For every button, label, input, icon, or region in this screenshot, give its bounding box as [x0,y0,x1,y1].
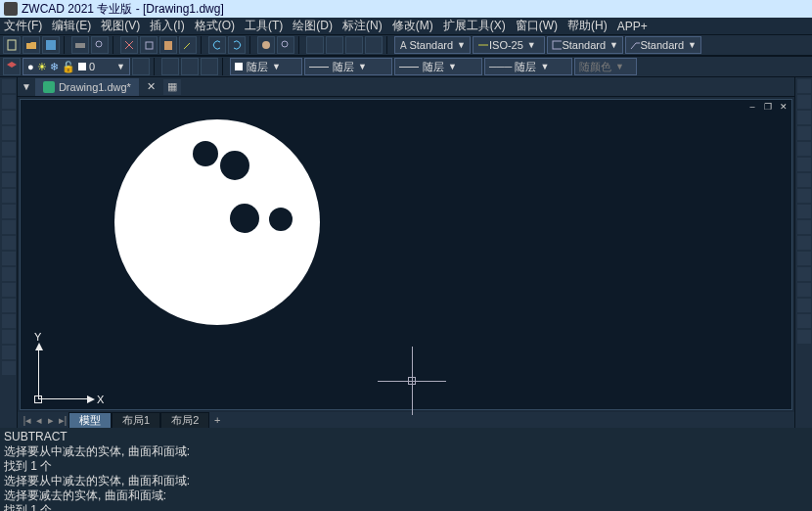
copy-button[interactable] [140,36,158,54]
tab-next[interactable]: ▸ [45,414,57,427]
layer-manager-button[interactable] [3,58,21,75]
svg-point-7 [282,41,288,47]
offset-tool[interactable] [797,126,811,140]
menu-view[interactable]: 视图(V) [101,18,140,34]
layer-iso-button[interactable] [181,58,199,75]
circle-tool[interactable] [2,173,16,187]
design-center-button[interactable] [326,36,343,54]
menu-insert[interactable]: 插入(I) [150,18,184,34]
hatch-tool[interactable] [2,299,16,312]
dim-style-combo[interactable]: ISO-25 ▼ [473,36,545,54]
rotate-tool[interactable] [797,173,811,187]
polygon-tool[interactable] [2,126,16,140]
fillet-tool[interactable] [797,314,811,328]
file-tab-close[interactable]: ✕ [143,78,159,96]
linetype-combo[interactable]: 随层 ▼ [304,58,392,75]
layout-tab-2[interactable]: 布局2 [160,412,209,428]
paste-button[interactable] [159,36,177,54]
layout-tab-1[interactable]: 布局1 [112,412,160,428]
tab-first[interactable]: |◂ [22,414,33,427]
tab-list-dropdown[interactable]: ▼ [22,81,31,92]
match-button[interactable] [179,36,197,54]
redo-button[interactable] [228,36,246,54]
arc-tool[interactable] [2,158,16,171]
mirror-tool[interactable] [797,111,811,124]
layer-combo[interactable]: ● ☀ ❄ 🔓 0 ▼ [23,58,130,75]
open-button[interactable] [23,36,40,54]
menu-modify[interactable]: 修改(M) [392,18,433,34]
layout-tab-model[interactable]: 模型 [68,412,112,428]
chamfer-tool[interactable] [797,299,811,312]
spline-tool[interactable] [2,205,16,218]
break-tool[interactable] [797,267,811,281]
cut-button[interactable] [120,36,138,54]
stretch-tool[interactable] [797,205,811,218]
zoom-button[interactable] [277,36,294,54]
region-tool[interactable] [2,330,16,344]
table-tool[interactable] [2,346,16,359]
revcloud-tool[interactable] [2,189,16,203]
save-button[interactable] [42,36,60,54]
drawing-viewport[interactable]: – ❐ ✕ Y X [20,99,792,410]
undo-button[interactable] [208,36,226,54]
properties-button[interactable] [306,36,324,54]
calc-button[interactable] [365,36,383,54]
menu-dimension[interactable]: 标注(N) [342,18,383,34]
tab-prev[interactable]: ◂ [33,414,45,427]
menu-window[interactable]: 窗口(W) [516,18,558,34]
command-line[interactable]: SUBTRACT 选择要从中减去的实体, 曲面和面域: 找到 1 个 选择要从中… [0,428,812,511]
explode-tool[interactable] [797,330,811,344]
pan-button[interactable] [257,36,275,54]
move-tool[interactable] [797,158,811,171]
layer-freeze-button[interactable] [201,58,218,75]
close-button[interactable]: ✕ [778,102,789,112]
text-style-combo[interactable]: A Standard ▼ [394,36,471,54]
lineweight-combo[interactable]: 随层 ▼ [394,58,482,75]
table-style-combo[interactable]: Standard ▼ [547,36,623,54]
line-tool[interactable] [2,79,16,93]
color-combo[interactable]: 随层 ▼ [230,58,302,75]
polyline-tool[interactable] [2,111,16,124]
tab-last[interactable]: ▸| [57,414,68,427]
minimize-button[interactable]: – [746,102,758,112]
new-button[interactable] [3,36,21,54]
make-block-tool[interactable] [2,267,16,281]
point-tool[interactable] [2,283,16,297]
array-tool[interactable] [797,142,811,156]
extend-tool[interactable] [797,236,811,250]
rectangle-tool[interactable] [2,142,16,156]
cmd-line: 选择要从中减去的实体, 曲面和面域: [4,474,808,488]
print-button[interactable] [71,36,89,54]
layout-add-button[interactable]: + [209,414,225,426]
transparency-combo[interactable]: 随颜色 ▼ [574,58,637,75]
menu-help[interactable]: 帮助(H) [567,18,608,34]
preview-button[interactable] [91,36,109,54]
new-tab-button[interactable]: ▦ [163,79,181,95]
trim-tool[interactable] [797,220,811,234]
menu-edit[interactable]: 编辑(E) [52,18,91,34]
break-at-point-tool[interactable] [797,252,811,265]
file-tab[interactable]: Drawing1.dwg* [35,78,139,96]
layer-state-button[interactable] [161,58,179,75]
scale-tool[interactable] [797,189,811,203]
join-tool[interactable] [797,283,811,297]
layer-prev-button[interactable] [132,58,150,75]
menu-tools[interactable]: 工具(T) [245,18,283,34]
mleader-style-combo[interactable]: Standard ▼ [625,36,701,54]
menu-file[interactable]: 文件(F) [4,18,42,34]
plotstyle-combo[interactable]: ─── 随层 ▼ [484,58,572,75]
copy-tool[interactable] [797,95,811,109]
mtext-tool[interactable] [2,361,16,375]
restore-button[interactable]: ❐ [762,102,774,112]
menu-draw[interactable]: 绘图(D) [293,18,333,34]
ellipse-arc-tool[interactable] [2,236,16,250]
tool-palette-button[interactable] [345,36,363,54]
menu-format[interactable]: 格式(O) [195,18,235,34]
insert-block-tool[interactable] [2,252,16,265]
menu-app[interactable]: APP+ [617,20,648,33]
ellipse-tool[interactable] [2,220,16,234]
xline-tool[interactable] [2,95,16,109]
menu-extend[interactable]: 扩展工具(X) [443,18,506,34]
erase-tool[interactable] [797,79,811,93]
gradient-tool[interactable] [2,314,16,328]
